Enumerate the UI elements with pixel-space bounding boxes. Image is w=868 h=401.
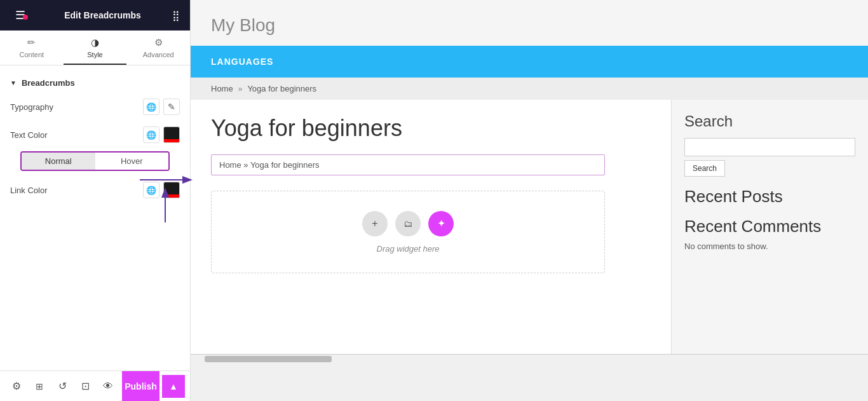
link-color-swatch[interactable] [163,182,180,198]
bottom-toolbar: ⚙ ⊞ ↺ ⊡ 👁 Publish ▲ [0,370,190,401]
typography-globe-btn[interactable]: 🌐 [143,99,159,115]
right-sidebar: Search Search Recent Posts Recent Commen… [671,100,868,354]
horizontal-scrollbar[interactable] [191,354,868,363]
drag-widget-icons: + 🗂 ✦ [362,211,454,236]
link-color-globe-btn[interactable]: 🌐 [143,182,159,198]
grid-icon[interactable]: ⣿ [172,10,180,22]
normal-hover-container: Normal Hover [0,151,190,171]
tabs-bar: ✏ Content ◑ Style ⚙ Advanced [0,31,190,65]
typography-control-row: Typography 🌐 ✎ [0,93,190,121]
text-color-globe-btn[interactable]: 🌐 [143,126,159,143]
blog-title-area: My Blog [191,0,868,46]
search-section-title: Search [684,112,855,130]
settings-toolbar-btn[interactable]: ⚙ [5,375,28,398]
main-page-content: Yoga for beginners Home » Yoga for begin… [191,100,671,354]
advanced-tab-label: Advanced [143,51,174,58]
languages-label: LANGUAGES [211,57,273,67]
scrollbar-thumb[interactable] [205,356,332,362]
drag-text: Drag widget here [377,244,440,254]
section-label: Breadcrumbs [22,78,75,88]
sidebar: ☰ Edit Breadcrumbs ⣿ ✏ Content ◑ Style ⚙… [0,0,191,401]
history-toolbar-btn[interactable]: ↺ [51,375,74,398]
breadcrumb-widget: Home » Yoga for beginners [211,154,605,175]
text-color-actions: 🌐 [143,126,180,143]
main-content: My Blog LANGUAGES Home » Yoga for beginn… [191,0,868,401]
breadcrumb-separator: » [238,85,243,93]
typography-label: Typography [10,102,143,112]
search-button[interactable]: Search [684,160,725,177]
advanced-tab-icon: ⚙ [154,37,163,48]
text-color-control-row: Text Color 🌐 [0,121,190,149]
style-tab-label: Style [87,51,102,58]
recent-posts-title: Recent Posts [684,187,855,207]
link-color-label: Link Color [10,186,143,195]
style-tab-icon: ◑ [91,37,99,48]
breadcrumbs-section-header[interactable]: ▼ Breadcrumbs [0,73,190,93]
breadcrumb-home[interactable]: Home [211,84,233,93]
page-content-area: Yoga for beginners Home » Yoga for begin… [191,100,868,354]
link-color-control-row: Link Color 🌐 [0,176,190,204]
text-color-swatch[interactable] [163,126,180,143]
eye-toolbar-btn[interactable]: 👁 [97,375,119,398]
blog-title: My Blog [211,15,848,36]
add-widget-btn[interactable]: + [362,211,388,236]
normal-hover-toggle: Normal Hover [20,151,170,171]
drag-widget-area: + 🗂 ✦ Drag widget here [211,191,605,273]
breadcrumb-widget-text: Home » Yoga for beginners [219,160,320,170]
dot-indicator [23,15,28,20]
search-input-wrap: Search [684,138,855,177]
content-tab-label: Content [20,51,44,58]
tab-content[interactable]: ✏ Content [0,31,64,65]
link-color-actions: 🌐 [143,182,180,198]
search-input[interactable] [684,138,855,156]
hover-toggle-btn[interactable]: Hover [95,153,169,170]
breadcrumb-current: Yoga for beginners [247,84,316,93]
breadcrumb-nav-bar: Home » Yoga for beginners [191,78,868,100]
sparkle-widget-btn[interactable]: ✦ [428,211,454,236]
section-chevron-icon: ▼ [10,79,17,86]
tab-style[interactable]: ◑ Style [64,31,127,65]
panel-content: ▼ Breadcrumbs Typography 🌐 ✎ Text Color … [0,65,190,370]
page-heading: Yoga for beginners [211,115,651,142]
tab-advanced[interactable]: ⚙ Advanced [126,31,190,65]
publish-button[interactable]: Publish [122,371,159,401]
layers-toolbar-btn[interactable]: ⊞ [28,375,51,398]
folder-widget-btn[interactable]: 🗂 [395,211,421,236]
expand-publish-btn[interactable]: ▲ [162,375,185,398]
recent-comments-title: Recent Comments [684,217,855,236]
no-comments-text: No comments to show. [684,241,855,251]
sidebar-header: ☰ Edit Breadcrumbs ⣿ [0,0,190,31]
typography-pencil-btn[interactable]: ✎ [163,99,180,115]
responsive-toolbar-btn[interactable]: ⊡ [74,375,97,398]
normal-toggle-btn[interactable]: Normal [22,153,95,170]
content-tab-icon: ✏ [27,37,36,48]
typography-actions: 🌐 ✎ [143,99,180,115]
languages-bar[interactable]: LANGUAGES [191,46,868,78]
panel-title: Edit Breadcrumbs [64,10,141,20]
text-color-label: Text Color [10,130,143,140]
